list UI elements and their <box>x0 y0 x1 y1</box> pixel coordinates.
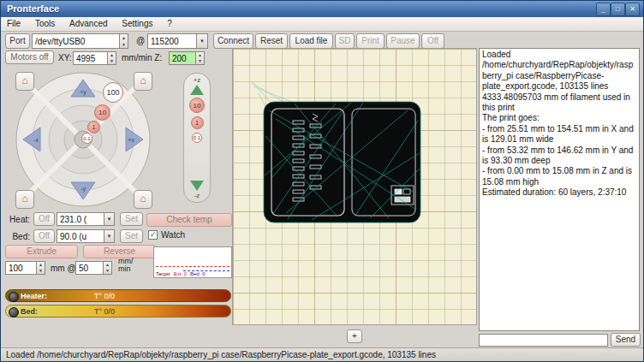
heat-off-button[interactable]: Off <box>33 212 55 226</box>
jog-distance-100[interactable]: 100 <box>103 82 123 103</box>
port-button[interactable]: Port <box>5 33 30 49</box>
baud-dropdown-button[interactable]: ▼ <box>196 33 208 49</box>
maximize-button[interactable]: □ <box>611 3 625 16</box>
z-distance-0-1[interactable]: 0.1 <box>192 133 202 143</box>
bed-off-button[interactable]: Off <box>33 229 55 243</box>
bed-temp-dropdown[interactable]: ▼ <box>104 229 115 243</box>
home-icon: ⌂ <box>140 74 146 86</box>
print-button[interactable]: Print <box>356 33 385 49</box>
bed-gauge-knob[interactable] <box>9 307 19 317</box>
motors-off-button[interactable]: Motors off <box>5 50 54 64</box>
menu-tools[interactable]: Tools <box>29 17 61 28</box>
home-icon: ⌂ <box>21 193 27 205</box>
extrude-length-spinner[interactable]: ▲ ▼ <box>36 261 45 275</box>
graph-ext-line <box>156 266 230 267</box>
z-feedrate-input[interactable] <box>169 51 196 65</box>
bed-gauge[interactable]: Bed: T° 0/0 <box>5 305 231 317</box>
spin-down-icon[interactable]: ▼ <box>122 43 126 47</box>
heater-gauge-label: Heater: <box>21 292 47 300</box>
reset-button[interactable]: Reset <box>255 33 288 49</box>
z-down-arrow[interactable] <box>190 181 204 191</box>
jog-plus-x-label: +x <box>128 137 134 143</box>
pronterface-window: Pronterface _ □ ✕ File Tools Advanced Se… <box>0 0 644 362</box>
spin-up-icon[interactable]: ▲ <box>39 263 43 267</box>
extrude-button[interactable]: Extrude <box>5 245 78 258</box>
baud-combo-input[interactable] <box>147 33 197 49</box>
xy-feedrate-input[interactable] <box>73 51 108 65</box>
watch-checkbox[interactable]: ✓ <box>148 230 158 240</box>
jog-minus-y-label: -y <box>80 186 86 193</box>
home-all-button[interactable]: ⌂ <box>15 190 34 209</box>
spin-up-icon[interactable]: ▲ <box>122 36 126 40</box>
jog-distance-0-1[interactable]: 0.1 <box>81 133 92 144</box>
zoom-in-button[interactable]: + <box>347 329 362 343</box>
check-temp-button[interactable]: Check temp <box>146 213 232 227</box>
log-output[interactable]: Loaded /home/churchyard/RepRap/objekty/r… <box>479 48 640 331</box>
heat-set-button[interactable]: Set <box>120 212 143 226</box>
bed-label: Bed: <box>6 232 30 241</box>
check-icon: ✓ <box>150 230 157 239</box>
command-input[interactable] <box>479 334 608 347</box>
spin-down-icon[interactable]: ▼ <box>198 59 202 63</box>
menu-file[interactable]: File <box>1 17 27 28</box>
xy-feedrate-spinner[interactable]: ▲ ▼ <box>107 51 116 65</box>
menu-advanced[interactable]: Advanced <box>63 17 113 28</box>
mm-min-label: mm/ min <box>118 258 134 273</box>
sd-button[interactable]: SD <box>335 33 355 49</box>
home-x-button[interactable]: ⌂ <box>15 72 34 91</box>
heat-temp-input[interactable] <box>57 212 104 226</box>
spin-up-icon[interactable]: ▲ <box>198 53 202 57</box>
bed-gauge-label: Bed: <box>21 307 38 316</box>
spin-up-icon[interactable]: ▲ <box>110 53 114 57</box>
spin-down-icon[interactable]: ▼ <box>39 269 43 273</box>
send-button[interactable]: Send <box>611 333 641 347</box>
graph-legend-target: Target <box>156 271 170 276</box>
menu-help[interactable]: ? <box>161 17 178 28</box>
heat-temp-dropdown[interactable]: ▼ <box>104 212 115 226</box>
home-y-button[interactable]: ⌂ <box>134 72 152 91</box>
watch-label: Watch <box>161 230 185 240</box>
home-icon: ⌂ <box>140 193 146 205</box>
title-bar[interactable]: Pronterface _ □ ✕ <box>1 1 643 17</box>
z-distance-1[interactable]: 1 <box>191 116 204 129</box>
gcode-viewer[interactable] <box>232 48 477 325</box>
off-button[interactable]: Off <box>421 33 444 49</box>
z-feed-label: mm/min Z: <box>122 53 162 62</box>
graph-legend-ext: Ext: 0 <box>174 271 187 276</box>
spin-down-icon[interactable]: ▼ <box>105 269 110 273</box>
z-feedrate-spinner[interactable]: ▲ ▼ <box>195 51 205 65</box>
heat-label: Heat: <box>6 215 30 224</box>
mm-at-label: mm @ <box>51 264 76 273</box>
port-combo-spinner[interactable]: ▲ ▼ <box>119 33 128 49</box>
extrude-speed-input[interactable] <box>75 261 104 275</box>
close-button[interactable]: ✕ <box>625 3 640 16</box>
jog-distance-1[interactable]: 1 <box>87 121 100 134</box>
spin-down-icon[interactable]: ▼ <box>110 59 114 63</box>
jog-pad: +y -y -x +x ⌂ ⌂ ⌂ ⌂ 100 10 1 0.1 <box>15 71 152 208</box>
home-z-button[interactable]: ⌂ <box>134 190 152 209</box>
heater-gauge-value: T° 0/0 <box>94 292 115 300</box>
extrude-length-input[interactable] <box>5 261 37 275</box>
connect-button[interactable]: Connect <box>213 33 253 49</box>
heater-gauge[interactable]: Heater: T° 0/0 <box>5 289 231 302</box>
xy-feed-label: XY: <box>58 53 72 62</box>
port-combo-input[interactable] <box>32 33 120 49</box>
jog-distance-10[interactable]: 10 <box>94 104 110 121</box>
dropdown-icon: ▼ <box>107 217 112 222</box>
heater-gauge-knob[interactable] <box>9 292 19 302</box>
pause-button[interactable]: Pause <box>386 33 420 49</box>
z-distance-10[interactable]: 10 <box>189 98 205 113</box>
window-title: Pronterface <box>7 3 59 14</box>
load-file-button[interactable]: Load file <box>289 33 333 49</box>
spin-up-icon[interactable]: ▲ <box>105 263 110 267</box>
status-bar: Loaded /home/churchyard/RepRap/objekty/r… <box>1 347 643 362</box>
dropdown-icon: ▼ <box>200 39 205 44</box>
minimize-button[interactable]: _ <box>596 3 611 16</box>
bed-set-button[interactable]: Set <box>120 229 143 243</box>
bed-temp-input[interactable] <box>57 229 104 243</box>
at-label: @ <box>136 36 145 45</box>
z-plus-label: +z <box>194 76 201 84</box>
z-up-arrow[interactable] <box>190 85 204 95</box>
extrude-speed-spinner[interactable]: ▲ ▼ <box>103 261 112 275</box>
menu-settings[interactable]: Settings <box>116 17 158 28</box>
